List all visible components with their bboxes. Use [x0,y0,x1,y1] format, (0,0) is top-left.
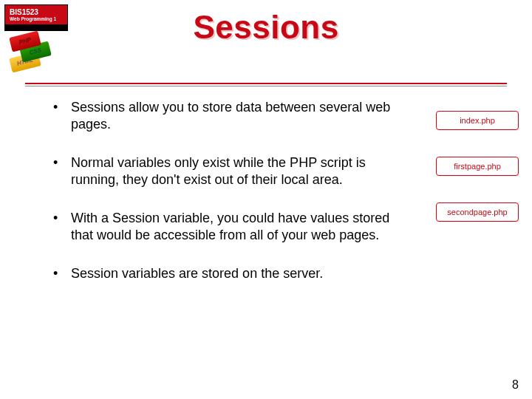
file-box-secondpage: secondpage.php [436,202,519,222]
slide-body: Sessions allow you to store data between… [44,99,497,304]
bullet-text: With a Session variable, you could have … [71,211,389,242]
list-item: Normal variables only exist while the PH… [44,154,414,188]
file-box-index: index.php [436,111,519,130]
file-box-firstpage: firstpage.php [436,157,519,176]
bullet-text: Normal variables only exist while the PH… [71,155,366,187]
list-item: Session variables are stored on the serv… [44,265,414,282]
slide: BIS1523 Web Programming 1 PHP CSS HTML S… [0,0,532,399]
bullet-text: Session variables are stored on the serv… [71,266,323,281]
bullet-list: Sessions allow you to store data between… [44,99,414,282]
list-item: With a Session variable, you could have … [44,210,414,243]
slide-title: Sessions [0,9,532,46]
file-box-column: index.php firstpage.php secondpage.php [436,111,519,222]
bullet-text: Sessions allow you to store data between… [71,100,390,132]
title-divider [25,83,507,84]
page-number: 8 [512,378,519,392]
list-item: Sessions allow you to store data between… [44,99,414,132]
